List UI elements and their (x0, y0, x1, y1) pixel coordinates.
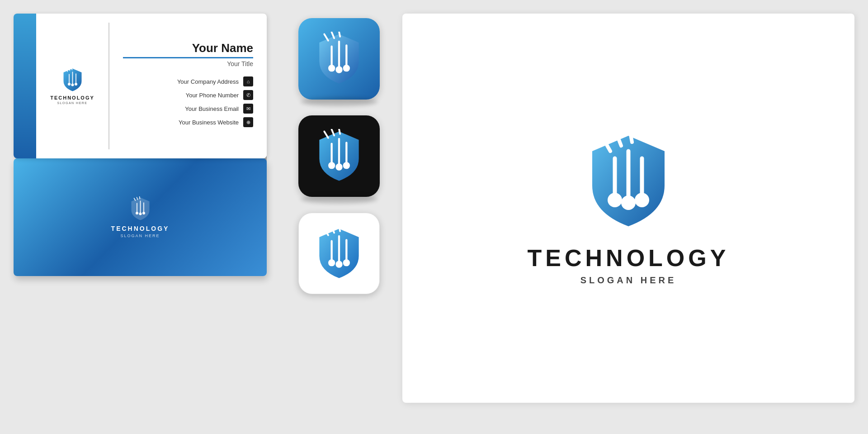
svg-point-9 (136, 212, 138, 215)
large-slogan-text: SLOGAN HERE (580, 275, 677, 286)
phone-icon: ✆ (243, 90, 253, 100)
card-name: Your Name (123, 41, 253, 58)
icon-variant-blue (298, 18, 380, 100)
website-label: Your Business Website (179, 119, 239, 126)
svg-point-15 (328, 65, 335, 72)
card-title: Your Title (123, 60, 253, 67)
card-brand-text: TECHNOLOGY (50, 95, 94, 100)
variant-blue-icon (314, 32, 364, 86)
home-icon: ⌂ (243, 76, 253, 86)
variant-blue-wrapper (298, 18, 380, 106)
svg-point-23 (343, 162, 350, 169)
svg-point-22 (335, 163, 342, 170)
right-section: TECHNOLOGY SLOGAN HERE (402, 14, 854, 403)
business-card-front: TECHNOLOGY SLOGAN HERE Your Name Your Ti… (14, 14, 267, 158)
address-row: Your Company Address ⌂ (123, 76, 253, 86)
svg-point-27 (328, 259, 335, 266)
shadow-blue (301, 97, 377, 106)
business-card-back: TECHNOLOGY SLOGAN HERE (14, 158, 267, 276)
card-slogan-text: SLOGAN HERE (57, 101, 87, 105)
back-slogan-text: SLOGAN HERE (120, 234, 160, 238)
svg-point-17 (343, 65, 350, 72)
card-info-section: Your Name Your Title Your Company Addres… (109, 14, 267, 158)
svg-point-21 (328, 162, 335, 169)
variant-white-icon (314, 226, 364, 281)
email-label: Your Business Email (185, 105, 239, 112)
svg-point-33 (608, 193, 622, 207)
phone-label: Your Phone Number (186, 92, 239, 99)
variant-white-wrapper (298, 213, 380, 294)
card-logo-section: TECHNOLOGY SLOGAN HERE (36, 14, 108, 158)
back-brand-text: TECHNOLOGY (111, 225, 170, 232)
icon-variant-black (298, 115, 380, 197)
shadow-black (301, 195, 377, 204)
large-brand-text: TECHNOLOGY (528, 244, 730, 272)
email-icon: ✉ (243, 104, 253, 114)
large-logo-icon (579, 131, 678, 231)
svg-point-16 (335, 66, 342, 73)
svg-point-10 (139, 213, 142, 215)
back-card-logo (128, 196, 153, 221)
main-container: TECHNOLOGY SLOGAN HERE Your Name Your Ti… (0, 0, 868, 434)
svg-point-29 (343, 259, 350, 266)
svg-point-35 (635, 193, 649, 207)
middle-section (289, 14, 389, 294)
svg-point-4 (71, 84, 74, 86)
website-row: Your Business Website ⊕ (123, 117, 253, 127)
left-section: TECHNOLOGY SLOGAN HERE Your Name Your Ti… (14, 14, 276, 276)
phone-row: Your Phone Number ✆ (123, 90, 253, 100)
svg-point-34 (621, 196, 636, 210)
svg-point-11 (142, 212, 145, 215)
email-row: Your Business Email ✉ (123, 104, 253, 114)
card-accent-strip (14, 14, 36, 158)
globe-icon: ⊕ (243, 117, 253, 127)
variant-black-wrapper (298, 115, 380, 204)
address-label: Your Company Address (177, 78, 239, 85)
icon-variant-white (298, 213, 380, 294)
variant-black-icon (314, 129, 364, 183)
svg-point-28 (335, 261, 342, 267)
svg-point-5 (75, 83, 77, 86)
card-logo-icon (60, 67, 85, 92)
svg-point-3 (68, 83, 71, 86)
